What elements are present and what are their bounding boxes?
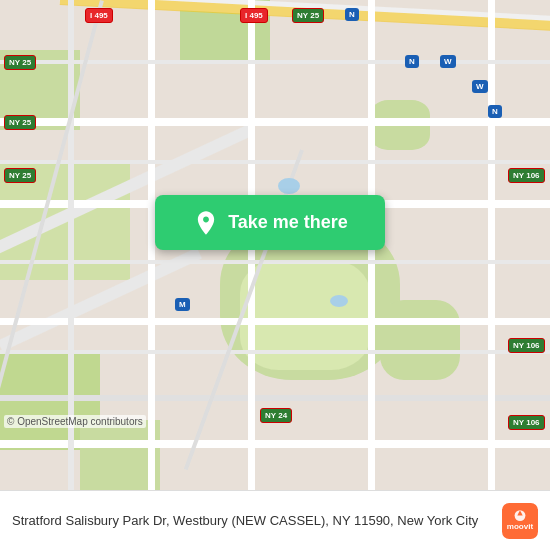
map-view: I 495 I 495 NY 25 NY 25 NY 25 NY 25 N N … [0, 0, 550, 490]
road-v1 [148, 0, 155, 490]
shield-n3: N [488, 105, 502, 118]
bottom-bar: Stratford Salisbury Park Dr, Westbury (N… [0, 490, 550, 550]
road-h1 [0, 118, 550, 126]
shield-ny25-3: NY 25 [4, 115, 36, 130]
shield-ny106-1: NY 106 [508, 168, 545, 183]
road-minor3 [0, 260, 550, 264]
water1 [278, 178, 300, 194]
shield-m: M [175, 298, 190, 311]
road-h4 [0, 395, 550, 401]
map-attribution: © OpenStreetMap contributors [4, 415, 146, 428]
shield-ny106-2: NY 106 [508, 338, 545, 353]
take-me-there-button[interactable]: Take me there [155, 195, 385, 250]
moovit-logo: moovit [502, 503, 538, 539]
location-pin-icon [192, 209, 220, 237]
shield-n1: N [345, 8, 359, 21]
button-label: Take me there [228, 212, 348, 233]
moovit-icon: moovit [502, 503, 538, 539]
shield-ny25-4: NY 25 [4, 168, 36, 183]
road-h3 [0, 318, 550, 325]
shield-ny25-2: NY 25 [4, 55, 36, 70]
shield-n2: N [405, 55, 419, 68]
road-v4 [488, 0, 495, 490]
shield-ny25-1: NY 25 [292, 8, 324, 23]
road-h5 [0, 440, 550, 448]
green-right [380, 300, 460, 380]
address-text: Stratford Salisbury Park Dr, Westbury (N… [12, 513, 502, 528]
shield-i495-1: I 495 [85, 8, 113, 23]
svg-text:moovit: moovit [507, 521, 534, 530]
shield-w2: W [472, 80, 488, 93]
road-minor4 [0, 350, 550, 354]
road-minor2 [0, 160, 550, 164]
shield-ny24: NY 24 [260, 408, 292, 423]
shield-ny106-3: NY 106 [508, 415, 545, 430]
shield-w1: W [440, 55, 456, 68]
shield-i495-2: I 495 [240, 8, 268, 23]
water2 [330, 295, 348, 307]
